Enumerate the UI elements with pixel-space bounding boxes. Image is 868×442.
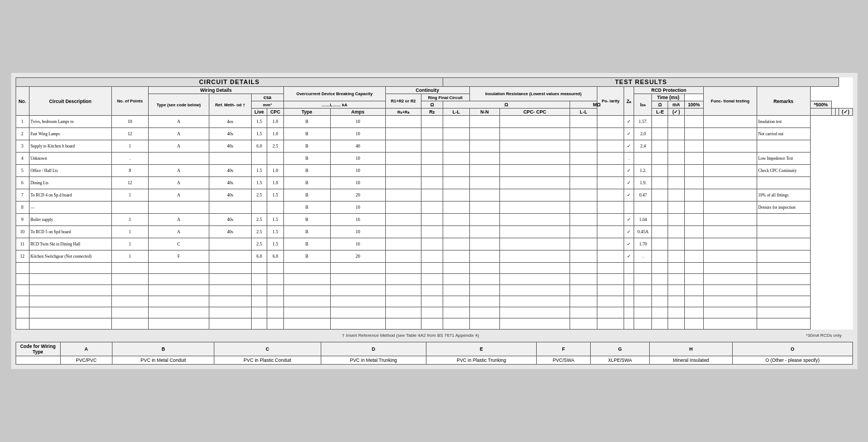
cell-3-20 bbox=[684, 153, 704, 165]
cell-0-19 bbox=[668, 116, 684, 128]
cell-10-8: 16 bbox=[330, 238, 385, 251]
cell-0-14 bbox=[570, 116, 597, 128]
table-row: 12Kitchen Switchgear (Not connected)1F6.… bbox=[16, 251, 852, 263]
cell-6-14 bbox=[570, 189, 597, 202]
cell-0-2: 10 bbox=[111, 116, 148, 128]
cell-6-17: 0.47 bbox=[634, 189, 652, 202]
col-csa: csa bbox=[251, 94, 283, 101]
col-oc-kA: ……L…… kA bbox=[283, 101, 385, 109]
cell-5-14 bbox=[570, 177, 597, 189]
col-remarks: Remarks bbox=[757, 86, 810, 116]
cell-2-5: 6.0 bbox=[251, 140, 267, 153]
col-oc-amps: Amps bbox=[330, 109, 385, 116]
test-results-header: TEST RESULTS bbox=[443, 77, 839, 86]
code-g-header: G bbox=[591, 342, 650, 356]
cell-8-9 bbox=[385, 214, 421, 226]
cell-5-5: 1.5 bbox=[251, 177, 267, 189]
col-ring-ohm: Ω bbox=[443, 101, 570, 109]
cell-11-0: 12 bbox=[16, 251, 29, 263]
cell-6-20 bbox=[684, 189, 704, 202]
code-f-header: F bbox=[537, 342, 591, 356]
cell-4-6: 1.0 bbox=[267, 165, 284, 177]
cell-6-15 bbox=[597, 189, 624, 202]
cell-4-7: B bbox=[283, 165, 330, 177]
code-label: Code for Wiring Type bbox=[16, 342, 60, 356]
cell-2-16: ✓ bbox=[624, 140, 634, 153]
col-ll: L-L bbox=[443, 109, 469, 116]
cell-11-18 bbox=[652, 251, 668, 263]
col-overcurrent: Overcurrent Device Breaking Capacity bbox=[283, 86, 385, 101]
cell-2-17: 2.4 bbox=[634, 140, 652, 153]
cell-7-15 bbox=[597, 202, 624, 214]
cell-11-16: ✓ bbox=[624, 251, 634, 263]
cell-6-18 bbox=[652, 189, 668, 202]
cell-11-9 bbox=[385, 251, 421, 263]
table-row: 11RCD Twin Skt in Dining Hall1C2.51.5B16… bbox=[16, 238, 852, 251]
cell-6-9 bbox=[385, 189, 421, 202]
cell-1-7: B bbox=[283, 128, 330, 140]
cell-0-0: 1 bbox=[16, 116, 29, 128]
cell-11-13 bbox=[500, 251, 570, 263]
cell-10-4 bbox=[209, 238, 251, 251]
cell-5-9 bbox=[385, 177, 421, 189]
cell-9-14 bbox=[570, 226, 597, 238]
cell-7-10 bbox=[421, 202, 443, 214]
cell-10-19 bbox=[668, 238, 684, 251]
cell-7-14 bbox=[570, 202, 597, 214]
cell-2-11 bbox=[443, 140, 469, 153]
data-rows: 1Tvivs, bedroom Lamps to10A4os1.51.0B10✓… bbox=[16, 116, 852, 330]
cell-9-16: ✓ bbox=[624, 226, 634, 238]
cell-2-6: 2.5 bbox=[267, 140, 284, 153]
cell-2-22 bbox=[757, 140, 810, 153]
cell-4-16: ✓ bbox=[624, 165, 634, 177]
cell-0-3: A bbox=[148, 116, 209, 128]
cell-7-12 bbox=[469, 202, 500, 214]
cell-1-3: A bbox=[148, 128, 209, 140]
cell-3-3 bbox=[148, 153, 209, 165]
code-o-header: O bbox=[733, 342, 852, 356]
cell-10-22 bbox=[757, 238, 810, 251]
table-row: 9Boiler supply1A40s2.51.5B16✓1.64 bbox=[16, 214, 852, 226]
cell-3-4 bbox=[209, 153, 251, 165]
cell-4-17: 1.2. bbox=[634, 165, 652, 177]
cell-3-0: 4 bbox=[16, 153, 29, 165]
cell-11-15 bbox=[597, 251, 624, 263]
empty-row bbox=[16, 296, 852, 307]
cell-7-20 bbox=[684, 202, 704, 214]
cell-3-14 bbox=[570, 153, 597, 165]
cell-8-5: 2.5 bbox=[251, 214, 267, 226]
col-r2: R₂ bbox=[421, 109, 443, 116]
cell-3-18 bbox=[652, 153, 668, 165]
cell-7-13 bbox=[500, 202, 570, 214]
col-insulation: Insulation Resistance (Lowest values mea… bbox=[469, 86, 597, 101]
col-no-points: No. of Points bbox=[111, 86, 148, 116]
cell-10-20 bbox=[684, 238, 704, 251]
cell-0-8: 10 bbox=[330, 116, 385, 128]
cell-4-10 bbox=[421, 165, 443, 177]
cell-8-7: B bbox=[283, 214, 330, 226]
cell-6-1: To RCD 4 on Sp.d board bbox=[29, 189, 111, 202]
cell-10-13 bbox=[500, 238, 570, 251]
cell-5-16: ✓ bbox=[624, 177, 634, 189]
col-cpc-cpc: CPC- CPC bbox=[500, 109, 570, 116]
cell-3-11 bbox=[443, 153, 469, 165]
cell-7-7: B bbox=[283, 202, 330, 214]
cell-0-7: B bbox=[283, 116, 330, 128]
code-f-desc: PVC/SWA bbox=[537, 356, 591, 365]
col-pol-check: (✓) bbox=[668, 109, 684, 116]
cell-11-14 bbox=[570, 251, 597, 263]
cell-4-3: A bbox=[148, 165, 209, 177]
col-ion-ma bbox=[810, 109, 832, 116]
cell-1-12 bbox=[469, 128, 500, 140]
table-row: 7To RCD 4 on Sp.d board1A40s2.51.5B20✓0.… bbox=[16, 189, 852, 202]
cell-4-8: 10 bbox=[330, 165, 385, 177]
cell-6-21 bbox=[704, 189, 757, 202]
cell-2-0: 3 bbox=[16, 140, 29, 153]
cell-8-6: 1.5 bbox=[267, 214, 284, 226]
cell-0-6: 1.0 bbox=[267, 116, 284, 128]
cell-8-12 bbox=[469, 214, 500, 226]
cell-11-7: B bbox=[283, 251, 330, 263]
code-e-desc: PVC in Plastic Trunking bbox=[426, 356, 537, 365]
cell-7-9 bbox=[385, 202, 421, 214]
cell-0-1: Tvivs, bedroom Lamps to bbox=[29, 116, 111, 128]
